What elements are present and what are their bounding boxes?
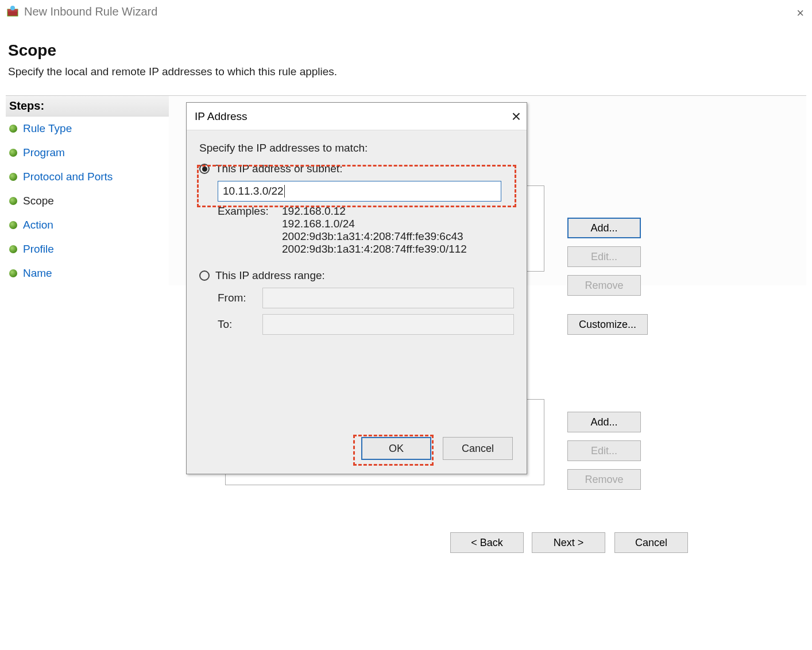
- from-input: [262, 288, 514, 308]
- step-scope: Scope: [6, 189, 169, 213]
- examples-list: 192.168.0.12192.168.1.0/242002:9d3b:1a31…: [282, 205, 467, 256]
- remove-button-bottom: Remove: [567, 469, 641, 490]
- ip-address-dialog: IP Address × Specify the IP addresses to…: [186, 102, 527, 474]
- step-protocol-and-ports[interactable]: Protocol and Ports: [6, 165, 169, 189]
- dialog-title: IP Address: [195, 110, 248, 123]
- dialog-titlebar: IP Address ×: [187, 103, 527, 130]
- radio-range[interactable]: [199, 270, 210, 281]
- cancel-button[interactable]: Cancel: [614, 532, 688, 553]
- step-label: Profile: [23, 243, 54, 256]
- page-subtitle: Specify the local and remote IP addresse…: [8, 65, 806, 78]
- ok-button[interactable]: OK: [361, 437, 431, 460]
- step-action[interactable]: Action: [6, 213, 169, 237]
- customize-button[interactable]: Customize...: [567, 314, 648, 335]
- examples-label: Examples:: [218, 205, 275, 256]
- step-label: Protocol and Ports: [23, 171, 113, 183]
- from-label: From:: [218, 292, 254, 304]
- step-bullet-icon: [9, 149, 17, 157]
- example-entry: 192.168.0.12: [282, 205, 467, 218]
- ip-input-value: 10.11.3.0/22: [223, 185, 284, 198]
- page-title: Scope: [8, 41, 806, 60]
- titlebar: New Inbound Rule Wizard ×: [0, 0, 812, 23]
- firewall-icon: [7, 6, 18, 17]
- radio-subnet[interactable]: [199, 164, 210, 174]
- to-label: To:: [218, 318, 254, 331]
- step-name[interactable]: Name: [6, 261, 169, 285]
- edit-button-bottom: Edit...: [567, 440, 641, 461]
- next-button[interactable]: Next >: [532, 532, 605, 553]
- remove-button-top: Remove: [567, 275, 641, 296]
- example-entry: 2002:9d3b:1a31:4:208:74ff:fe39:6c43: [282, 230, 467, 243]
- step-bullet-icon: [9, 197, 17, 205]
- dialog-prompt: Specify the IP addresses to match:: [199, 142, 514, 154]
- example-entry: 2002:9d3b:1a31:4:208:74ff:fe39:0/112: [282, 243, 467, 256]
- step-label: Name: [23, 267, 52, 280]
- svg-point-2: [10, 6, 15, 10]
- close-icon[interactable]: ×: [796, 6, 804, 21]
- step-program[interactable]: Program: [6, 141, 169, 165]
- wizard-window: New Inbound Rule Wizard × Scope Specify …: [0, 0, 812, 650]
- back-button[interactable]: < Back: [450, 532, 524, 553]
- step-label: Program: [23, 146, 65, 159]
- example-entry: 192.168.1.0/24: [282, 218, 467, 230]
- step-bullet-icon: [9, 269, 17, 277]
- add-button-bottom[interactable]: Add...: [567, 412, 641, 432]
- step-label: Scope: [23, 195, 54, 207]
- radio-range-row[interactable]: This IP address range:: [199, 269, 514, 282]
- dialog-cancel-button[interactable]: Cancel: [443, 437, 513, 460]
- radio-subnet-row[interactable]: This IP address or subnet:: [199, 162, 514, 175]
- radio-range-label: This IP address range:: [215, 269, 325, 282]
- steps-header: Steps:: [6, 95, 169, 117]
- dialog-close-icon[interactable]: ×: [512, 107, 521, 126]
- step-bullet-icon: [9, 245, 17, 253]
- window-title: New Inbound Rule Wizard: [24, 5, 157, 18]
- step-rule-type[interactable]: Rule Type: [6, 117, 169, 141]
- step-bullet-icon: [9, 125, 17, 133]
- radio-subnet-label: This IP address or subnet:: [215, 162, 342, 175]
- add-button-top[interactable]: Add...: [567, 218, 641, 238]
- step-profile[interactable]: Profile: [6, 237, 169, 261]
- step-bullet-icon: [9, 173, 17, 181]
- step-label: Action: [23, 219, 53, 231]
- to-input: [262, 314, 514, 335]
- edit-button-top: Edit...: [567, 246, 641, 267]
- step-label: Rule Type: [23, 122, 72, 135]
- ip-input[interactable]: 10.11.3.0/22: [218, 181, 501, 202]
- steps-pane: Steps: Rule TypeProgramProtocol and Port…: [6, 95, 169, 285]
- step-bullet-icon: [9, 221, 17, 229]
